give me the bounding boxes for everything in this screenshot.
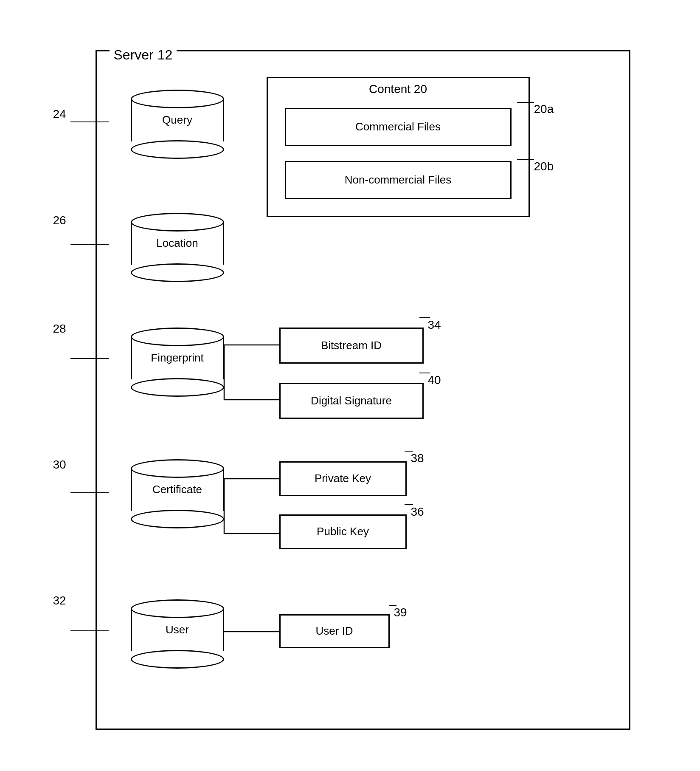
line-39 [389,603,397,607]
line-38 [405,449,415,453]
line-40 [419,371,432,375]
content-label: Content 20 [369,82,427,96]
content-outer-box: Content 20 Commercial Files Non-commerci… [267,77,530,217]
line-34 [419,316,432,320]
private-key-box: Private Key [279,461,407,496]
line-20b [517,158,538,162]
location-cyl-top [131,213,224,232]
fingerprint-to-signature-line [224,345,281,387]
ref-36: 36 [411,505,424,519]
location-cyl-bottom [131,263,224,282]
location-cylinder: Location [131,213,224,282]
bitstream-id-box: Bitstream ID [279,328,424,364]
ref-34: 34 [428,318,441,332]
query-cylinder: Query [131,90,224,159]
query-cyl-top [131,90,224,108]
ref-40: 40 [428,373,441,387]
ref-32: 32 [53,594,66,607]
public-key-box: Public Key [279,514,407,549]
ref28-line [70,358,113,359]
line-36 [405,503,415,507]
fingerprint-cyl-top [131,328,224,346]
commercial-files-box: Commercial Files [285,108,512,146]
cert-to-public-line [224,478,281,534]
ref30-line [70,492,113,494]
fingerprint-cylinder: Fingerprint [131,328,224,397]
non-commercial-files-box: Non-commercial Files [285,161,512,199]
query-cyl-bottom [131,140,224,159]
ref-30: 30 [53,458,66,472]
user-cyl-top [131,599,224,618]
digital-signature-box: Digital Signature [279,383,424,419]
fingerprint-cyl-bottom [131,378,224,397]
server-box: Server 12 Query Content 20 Commercial Fi… [96,50,630,730]
ref32-line [70,630,113,632]
server-label: Server 12 [110,47,177,63]
ref-24: 24 [53,107,66,121]
ref-38: 38 [411,452,424,465]
ref24-line [70,121,113,123]
line-20a [517,100,538,104]
user-to-userid-line [224,631,281,633]
certificate-cylinder: Certificate [131,459,224,528]
user-id-box: User ID [279,614,390,648]
ref26-line [70,244,113,245]
ref-39: 39 [394,606,407,619]
certificate-cyl-top [131,459,224,478]
certificate-cyl-bottom [131,510,224,528]
user-cyl-bottom [131,650,224,669]
user-cylinder: User [131,599,224,669]
ref-26: 26 [53,214,66,227]
ref-28: 28 [53,322,66,336]
diagram-wrapper: 24 26 28 30 32 Server 12 Query Content 2… [53,25,647,747]
